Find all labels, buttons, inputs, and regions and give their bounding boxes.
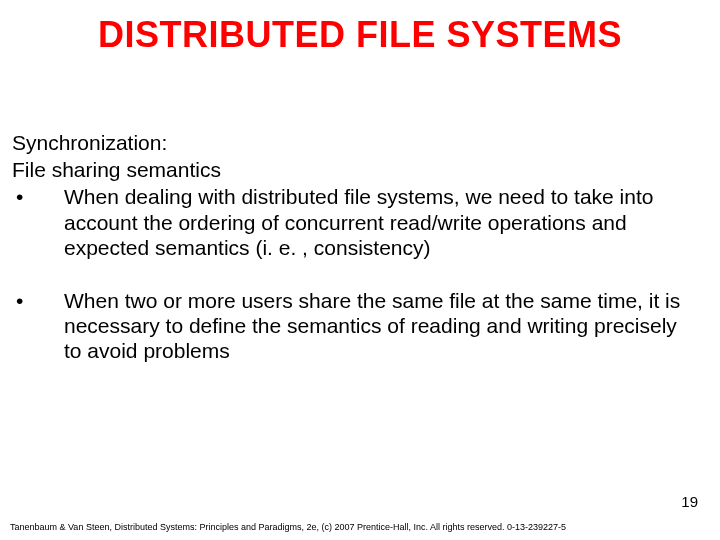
slide: DISTRIBUTED FILE SYSTEMS Synchronization… xyxy=(0,0,720,540)
bullet-list: • When dealing with distributed file sys… xyxy=(12,184,700,363)
subheading-2: File sharing semantics xyxy=(12,157,700,182)
page-number: 19 xyxy=(681,493,698,510)
subheading-1: Synchronization: xyxy=(12,130,700,155)
bullet-item: • When dealing with distributed file sys… xyxy=(12,184,700,260)
slide-body: Synchronization: File sharing semantics … xyxy=(12,130,700,392)
bullet-text: When dealing with distributed file syste… xyxy=(64,184,700,260)
bullet-mark-icon: • xyxy=(12,288,64,313)
bullet-text: When two or more users share the same fi… xyxy=(64,288,700,364)
bullet-mark-icon: • xyxy=(12,184,64,209)
slide-title: DISTRIBUTED FILE SYSTEMS xyxy=(0,0,720,56)
footer-citation: Tanenbaum & Van Steen, Distributed Syste… xyxy=(10,522,566,532)
bullet-item: • When two or more users share the same … xyxy=(12,288,700,364)
